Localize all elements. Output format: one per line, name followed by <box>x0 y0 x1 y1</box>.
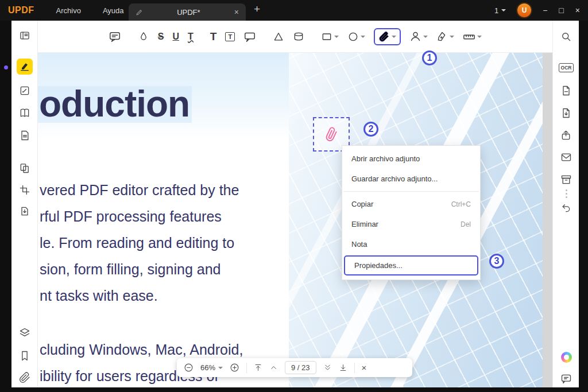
titlebar-right: 1 U − □ × <box>494 0 580 21</box>
typewriter-label: T <box>210 30 217 43</box>
last-page-button[interactable] <box>339 363 347 372</box>
underline-tool[interactable]: U <box>172 32 179 42</box>
reading-view-icon[interactable] <box>17 28 33 44</box>
tab-title: UPDF* <box>143 8 234 17</box>
comment-mode-icon[interactable] <box>17 59 33 75</box>
close-navigation-icon[interactable]: × <box>362 363 367 372</box>
crop-icon[interactable] <box>17 182 33 198</box>
menu-item-nota[interactable]: Nota <box>342 234 480 254</box>
maximize-button[interactable]: □ <box>559 6 563 14</box>
step-badge-2: 2 <box>363 122 378 137</box>
triangle-shape-tool[interactable] <box>273 31 284 42</box>
doc-line: vered PDF editor crafted by the <box>40 177 239 203</box>
paperclip-icon <box>378 31 390 42</box>
doc-line: nt tasks with ease. <box>40 282 239 309</box>
ellipse-tool[interactable] <box>347 31 365 42</box>
annotation-toolbar: S U T T T <box>38 21 552 53</box>
first-page-button[interactable] <box>254 363 262 372</box>
highlight-tool[interactable] <box>138 31 149 42</box>
zoom-in-button[interactable] <box>230 363 239 372</box>
underline-label: U <box>172 32 179 42</box>
textbox-label: T <box>225 32 235 41</box>
share-icon[interactable] <box>558 127 574 143</box>
menu-item-guardar[interactable]: Guardar archivo adjunto... <box>342 169 480 189</box>
typewriter-text-tool[interactable]: T <box>210 30 217 43</box>
convert-icon[interactable] <box>558 83 574 99</box>
menu-separator <box>343 191 479 192</box>
propiedades-highlight: Propiedades... <box>344 255 478 275</box>
extract-page-icon[interactable] <box>17 203 33 219</box>
doc-line: rful PDF processing features <box>40 203 239 230</box>
mail-icon[interactable] <box>558 149 574 165</box>
archive-icon[interactable] <box>558 172 574 188</box>
paragraph-1: vered PDF editor crafted by the rful PDF… <box>40 177 239 309</box>
page-thumbnails-icon[interactable] <box>17 160 33 176</box>
active-tool-indicator <box>4 65 8 69</box>
chevron-down-icon <box>450 36 454 38</box>
avatar[interactable]: U <box>517 3 531 17</box>
signature-tool[interactable] <box>436 31 454 42</box>
ocr-icon[interactable]: OCR <box>558 60 574 76</box>
ocr-label: OCR <box>559 63 574 72</box>
form-fill-icon[interactable] <box>17 127 33 143</box>
strikethrough-label: S <box>158 32 164 42</box>
more-icon[interactable] <box>558 189 574 198</box>
next-page-button[interactable] <box>323 363 332 372</box>
compress-icon[interactable] <box>558 105 574 121</box>
chevron-down-icon <box>477 36 482 38</box>
step-badge-1: 1 <box>422 51 437 65</box>
feedback-icon[interactable] <box>558 371 574 387</box>
book-reader-icon[interactable] <box>17 105 33 121</box>
search-icon[interactable] <box>558 29 574 45</box>
menu-ayuda[interactable]: Ayuda <box>103 6 124 15</box>
main-area: S U T T T <box>38 21 552 387</box>
squiggly-underline-tool[interactable]: T <box>188 32 194 42</box>
notification-count: 1 <box>494 6 498 15</box>
new-tab-button[interactable]: + <box>254 3 260 15</box>
tab-close-icon[interactable]: × <box>234 8 239 16</box>
comment-tool[interactable] <box>109 30 121 43</box>
zoom-out-button[interactable] <box>184 363 194 372</box>
menu-item-abrir[interactable]: Abrir archivo adjunto <box>342 149 480 169</box>
cylinder-shape-tool[interactable] <box>293 31 304 42</box>
callout-tool[interactable] <box>243 30 256 43</box>
page-number-field[interactable]: 9 / 23 <box>285 361 316 374</box>
page-navigation-bar: 66% 9 / 23 <box>177 358 412 377</box>
menu-item-propiedades[interactable]: Propiedades... <box>345 257 477 274</box>
edit-pdf-icon[interactable] <box>17 83 33 99</box>
ai-assistant-icon[interactable] <box>558 349 574 365</box>
step-badge-3: 3 <box>489 254 504 269</box>
undo-icon[interactable] <box>558 199 574 215</box>
menu-archivo[interactable]: Archivo <box>56 6 81 15</box>
chevron-down-icon <box>218 367 223 369</box>
updf-logo: UPDF <box>8 5 34 15</box>
menu-item-copiar[interactable]: Copiar Ctrl+C <box>342 194 480 214</box>
divider <box>354 363 355 373</box>
menu-item-eliminar[interactable]: Eliminar Del <box>342 214 480 234</box>
left-sidebar <box>11 21 38 387</box>
bookmark-icon[interactable] <box>17 348 33 364</box>
zoom-level: 66% <box>200 363 215 372</box>
textbox-tool[interactable]: T <box>225 32 235 41</box>
pencil-icon <box>136 9 143 16</box>
doc-line: sion, form filling, signing and <box>40 256 239 282</box>
minimize-button[interactable]: − <box>543 6 547 14</box>
titlebar: UPDF Archivo Ayuda UPDF* × + 1 U − □ × <box>0 0 588 21</box>
attachments-panel-icon[interactable] <box>17 370 33 386</box>
layers-icon[interactable] <box>17 325 33 341</box>
zoom-level-dropdown[interactable]: 66% <box>200 363 223 372</box>
document-tab[interactable]: UPDF* × <box>129 3 246 21</box>
attachment-tool[interactable] <box>374 28 401 45</box>
notification-dropdown[interactable]: 1 <box>494 6 506 15</box>
attachment-context-menu: Abrir archivo adjunto Guardar archivo ad… <box>342 145 481 280</box>
measure-tool[interactable] <box>463 30 482 43</box>
paperclip-icon <box>323 126 341 143</box>
chevron-down-icon <box>334 36 339 38</box>
pdf-canvas: oduction vered PDF editor crafted by the… <box>38 53 552 387</box>
document-heading: oduction <box>39 83 189 125</box>
stamp-tool[interactable] <box>409 30 428 42</box>
close-button[interactable]: × <box>575 6 580 14</box>
previous-page-button[interactable] <box>269 363 278 372</box>
strikethrough-tool[interactable]: S <box>158 32 164 42</box>
rectangle-tool[interactable] <box>321 31 339 42</box>
